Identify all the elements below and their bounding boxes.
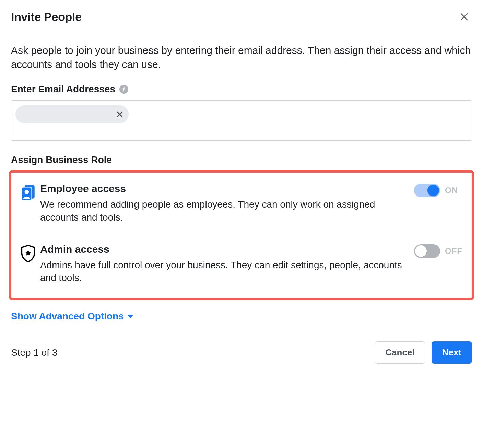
close-button[interactable]: [456, 9, 472, 25]
dialog-footer: Step 1 of 3 Cancel Next: [0, 332, 483, 364]
svg-point-6: [25, 190, 29, 194]
employee-toggle[interactable]: [414, 184, 440, 197]
employee-title: Employee access: [40, 183, 407, 194]
footer-buttons: Cancel Next: [375, 341, 472, 364]
email-section-label: Enter Email Addresses i: [11, 84, 472, 95]
admin-title: Admin access: [40, 244, 407, 255]
caret-down-icon: [127, 315, 133, 318]
admin-text: Admin access Admins have full control ov…: [40, 244, 414, 285]
cancel-button[interactable]: Cancel: [375, 341, 425, 364]
admin-toggle[interactable]: [414, 244, 440, 258]
employee-toggle-label: ON: [445, 186, 463, 195]
dialog-header: Invite People: [0, 0, 483, 34]
chip-remove-button[interactable]: [114, 109, 125, 120]
invite-people-dialog: Invite People Ask people to join your bu…: [0, 0, 483, 370]
dialog-title: Invite People: [11, 10, 82, 24]
employee-text: Employee access We recommend adding peop…: [40, 183, 414, 224]
role-section-title: Assign Business Role: [11, 154, 472, 165]
employee-icon: [20, 183, 40, 202]
role-item-employee: Employee access We recommend adding peop…: [20, 181, 463, 234]
employee-description: We recommend adding people as employees.…: [40, 198, 407, 224]
step-indicator: Step 1 of 3: [11, 347, 57, 358]
role-highlight-box: Employee access We recommend adding peop…: [9, 170, 474, 300]
admin-description: Admins have full control over your busin…: [40, 259, 407, 285]
toggle-knob: [427, 185, 439, 196]
role-item-admin: Admin access Admins have full control ov…: [20, 234, 463, 294]
email-chip[interactable]: [15, 105, 129, 123]
email-input-box[interactable]: [11, 100, 472, 141]
next-button[interactable]: Next: [432, 341, 472, 364]
admin-toggle-wrap: OFF: [414, 244, 463, 258]
show-advanced-options-link[interactable]: Show Advanced Options: [11, 309, 133, 332]
admin-icon: [20, 244, 40, 264]
advanced-link-text: Show Advanced Options: [11, 311, 124, 322]
dialog-body: Ask people to join your business by ente…: [0, 34, 483, 332]
info-icon[interactable]: i: [119, 85, 128, 94]
toggle-knob: [415, 245, 427, 257]
email-label-text: Enter Email Addresses: [11, 84, 115, 95]
close-icon: [459, 12, 469, 22]
intro-text: Ask people to join your business by ente…: [11, 44, 472, 71]
employee-toggle-wrap: ON: [414, 183, 463, 197]
remove-icon: [116, 110, 124, 118]
admin-toggle-label: OFF: [445, 246, 463, 256]
